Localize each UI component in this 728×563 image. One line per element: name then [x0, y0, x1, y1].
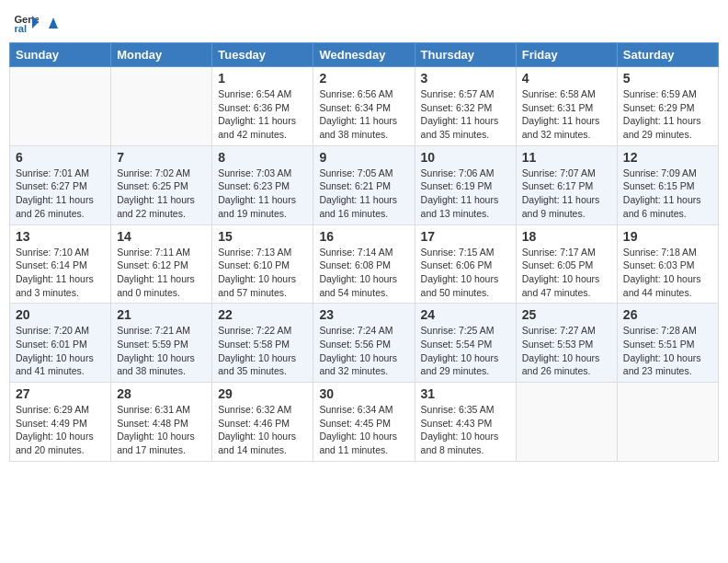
svg-text:ral: ral	[14, 23, 27, 34]
day-info: Sunrise: 7:25 AM Sunset: 5:54 PM Dayligh…	[421, 324, 510, 378]
day-number: 14	[117, 229, 206, 244]
calendar-header-row: SundayMondayTuesdayWednesdayThursdayFrid…	[10, 43, 719, 67]
day-number: 11	[522, 150, 611, 165]
day-number: 10	[421, 150, 510, 165]
page-header: Gene ral	[9, 9, 719, 35]
day-info: Sunrise: 7:05 AM Sunset: 6:21 PM Dayligh…	[319, 167, 408, 221]
calendar-cell	[10, 67, 111, 146]
calendar-cell: 8Sunrise: 7:03 AM Sunset: 6:23 PM Daylig…	[212, 145, 313, 224]
calendar-cell: 2Sunrise: 6:56 AM Sunset: 6:34 PM Daylig…	[313, 67, 415, 146]
day-number: 20	[16, 307, 105, 322]
calendar-cell: 14Sunrise: 7:11 AM Sunset: 6:12 PM Dayli…	[111, 224, 212, 304]
calendar-cell: 30Sunrise: 6:34 AM Sunset: 4:45 PM Dayli…	[313, 383, 415, 462]
day-of-week-header: Thursday	[415, 43, 516, 67]
calendar-week-row: 13Sunrise: 7:10 AM Sunset: 6:14 PM Dayli…	[10, 224, 719, 304]
calendar-cell: 11Sunrise: 7:07 AM Sunset: 6:17 PM Dayli…	[516, 145, 617, 224]
day-number: 12	[623, 150, 712, 165]
calendar-cell	[617, 383, 718, 462]
day-number: 26	[623, 307, 712, 322]
calendar-cell: 17Sunrise: 7:15 AM Sunset: 6:06 PM Dayli…	[415, 224, 516, 304]
day-info: Sunrise: 7:18 AM Sunset: 6:03 PM Dayligh…	[623, 246, 712, 300]
day-of-week-header: Tuesday	[212, 43, 313, 67]
day-number: 7	[117, 150, 206, 165]
calendar-cell: 9Sunrise: 7:05 AM Sunset: 6:21 PM Daylig…	[313, 145, 415, 224]
logo: Gene ral	[13, 9, 64, 35]
day-number: 28	[117, 386, 206, 401]
calendar-week-row: 6Sunrise: 7:01 AM Sunset: 6:27 PM Daylig…	[10, 145, 719, 224]
day-number: 6	[16, 150, 105, 165]
calendar-week-row: 27Sunrise: 6:29 AM Sunset: 4:49 PM Dayli…	[10, 383, 719, 462]
day-number: 22	[218, 307, 307, 322]
logo-icon: Gene ral	[13, 9, 39, 35]
day-number: 31	[421, 386, 510, 401]
day-info: Sunrise: 7:17 AM Sunset: 6:05 PM Dayligh…	[522, 246, 611, 300]
day-number: 19	[623, 229, 712, 244]
day-info: Sunrise: 7:24 AM Sunset: 5:56 PM Dayligh…	[319, 324, 408, 378]
day-number: 3	[421, 71, 510, 86]
day-info: Sunrise: 6:32 AM Sunset: 4:46 PM Dayligh…	[218, 403, 307, 457]
calendar-cell: 13Sunrise: 7:10 AM Sunset: 6:14 PM Dayli…	[10, 224, 111, 304]
day-info: Sunrise: 7:09 AM Sunset: 6:15 PM Dayligh…	[623, 167, 712, 221]
day-number: 18	[522, 229, 611, 244]
day-info: Sunrise: 7:02 AM Sunset: 6:25 PM Dayligh…	[117, 167, 206, 221]
calendar-cell: 3Sunrise: 6:57 AM Sunset: 6:32 PM Daylig…	[415, 67, 516, 146]
calendar-cell: 20Sunrise: 7:20 AM Sunset: 6:01 PM Dayli…	[10, 304, 111, 383]
calendar-cell: 5Sunrise: 6:59 AM Sunset: 6:29 PM Daylig…	[617, 67, 718, 146]
svg-marker-3	[49, 17, 58, 29]
day-info: Sunrise: 7:03 AM Sunset: 6:23 PM Dayligh…	[218, 167, 307, 221]
day-number: 21	[117, 307, 206, 322]
calendar-cell: 25Sunrise: 7:27 AM Sunset: 5:53 PM Dayli…	[516, 304, 617, 383]
day-info: Sunrise: 7:10 AM Sunset: 6:14 PM Dayligh…	[16, 246, 105, 300]
day-info: Sunrise: 6:57 AM Sunset: 6:32 PM Dayligh…	[421, 87, 510, 142]
day-number: 8	[218, 150, 307, 165]
logo-triangle-icon	[43, 12, 63, 32]
day-number: 25	[522, 307, 611, 322]
calendar-cell: 1Sunrise: 6:54 AM Sunset: 6:36 PM Daylig…	[212, 67, 313, 146]
day-number: 2	[319, 71, 408, 86]
day-info: Sunrise: 6:35 AM Sunset: 4:43 PM Dayligh…	[421, 403, 510, 457]
calendar-cell: 18Sunrise: 7:17 AM Sunset: 6:05 PM Dayli…	[516, 224, 617, 304]
day-number: 17	[421, 229, 510, 244]
day-of-week-header: Monday	[111, 43, 212, 67]
day-of-week-header: Wednesday	[313, 43, 415, 67]
day-of-week-header: Saturday	[617, 43, 718, 67]
calendar-cell: 7Sunrise: 7:02 AM Sunset: 6:25 PM Daylig…	[111, 145, 212, 224]
day-info: Sunrise: 7:07 AM Sunset: 6:17 PM Dayligh…	[522, 167, 611, 221]
day-info: Sunrise: 6:31 AM Sunset: 4:48 PM Dayligh…	[117, 403, 206, 457]
day-info: Sunrise: 6:59 AM Sunset: 6:29 PM Dayligh…	[623, 87, 712, 142]
day-number: 1	[218, 71, 307, 86]
day-info: Sunrise: 6:56 AM Sunset: 6:34 PM Dayligh…	[319, 87, 408, 142]
day-number: 4	[522, 71, 611, 86]
day-info: Sunrise: 7:20 AM Sunset: 6:01 PM Dayligh…	[16, 324, 105, 378]
calendar-cell: 10Sunrise: 7:06 AM Sunset: 6:19 PM Dayli…	[415, 145, 516, 224]
day-number: 15	[218, 229, 307, 244]
day-number: 13	[16, 229, 105, 244]
calendar-cell	[111, 67, 212, 146]
day-number: 29	[218, 386, 307, 401]
day-info: Sunrise: 7:11 AM Sunset: 6:12 PM Dayligh…	[117, 246, 206, 300]
day-info: Sunrise: 7:22 AM Sunset: 5:58 PM Dayligh…	[218, 324, 307, 378]
calendar-cell: 22Sunrise: 7:22 AM Sunset: 5:58 PM Dayli…	[212, 304, 313, 383]
calendar-cell	[516, 383, 617, 462]
calendar-cell: 12Sunrise: 7:09 AM Sunset: 6:15 PM Dayli…	[617, 145, 718, 224]
day-number: 23	[319, 307, 408, 322]
calendar-cell: 4Sunrise: 6:58 AM Sunset: 6:31 PM Daylig…	[516, 67, 617, 146]
calendar-cell: 29Sunrise: 6:32 AM Sunset: 4:46 PM Dayli…	[212, 383, 313, 462]
day-info: Sunrise: 6:54 AM Sunset: 6:36 PM Dayligh…	[218, 87, 307, 142]
calendar-cell: 24Sunrise: 7:25 AM Sunset: 5:54 PM Dayli…	[415, 304, 516, 383]
day-number: 5	[623, 71, 712, 86]
calendar-week-row: 20Sunrise: 7:20 AM Sunset: 6:01 PM Dayli…	[10, 304, 719, 383]
day-info: Sunrise: 7:27 AM Sunset: 5:53 PM Dayligh…	[522, 324, 611, 378]
day-info: Sunrise: 7:06 AM Sunset: 6:19 PM Dayligh…	[421, 167, 510, 221]
day-number: 24	[421, 307, 510, 322]
day-info: Sunrise: 7:21 AM Sunset: 5:59 PM Dayligh…	[117, 324, 206, 378]
day-info: Sunrise: 6:58 AM Sunset: 6:31 PM Dayligh…	[522, 87, 611, 142]
day-info: Sunrise: 7:14 AM Sunset: 6:08 PM Dayligh…	[319, 246, 408, 300]
calendar-cell: 26Sunrise: 7:28 AM Sunset: 5:51 PM Dayli…	[617, 304, 718, 383]
day-number: 27	[16, 386, 105, 401]
calendar-cell: 27Sunrise: 6:29 AM Sunset: 4:49 PM Dayli…	[10, 383, 111, 462]
calendar-cell: 16Sunrise: 7:14 AM Sunset: 6:08 PM Dayli…	[313, 224, 415, 304]
day-of-week-header: Sunday	[10, 43, 111, 67]
calendar-cell: 23Sunrise: 7:24 AM Sunset: 5:56 PM Dayli…	[313, 304, 415, 383]
day-info: Sunrise: 6:34 AM Sunset: 4:45 PM Dayligh…	[319, 403, 408, 457]
